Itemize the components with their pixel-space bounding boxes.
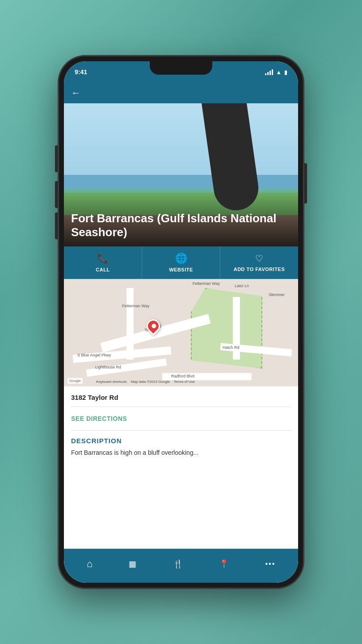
nav-dining[interactable]: 🍴 [166, 555, 190, 572]
map-container[interactable]: Fetterman Way Taylor Rd S Blue Angel Pkw… [64, 279, 298, 386]
map-pin [147, 319, 160, 333]
website-button[interactable]: 🌐 WEBSITE [142, 246, 220, 279]
favorites-button[interactable]: ♡ ADD TO FAVORITES [220, 246, 298, 279]
content-area: 3182 Taylor Rd SEE DIRECTIONS DESCRIPTIO… [64, 386, 298, 465]
notch [150, 61, 212, 75]
app-header: ← [64, 83, 298, 103]
nav-home[interactable]: ⌂ [80, 555, 100, 573]
radford-label: Radford Blvd [171, 374, 194, 378]
action-bar: 📞 CALL 🌐 WEBSITE ♡ ADD TO FAVORITES [64, 246, 298, 279]
hatch-label: Hatch Rd [223, 345, 240, 350]
hero-sky [64, 103, 298, 182]
website-label: WEBSITE [169, 267, 193, 272]
divider-2 [71, 430, 291, 431]
map-pin-dot [151, 323, 157, 329]
globe-icon: 🌐 [175, 253, 187, 264]
call-button[interactable]: 📞 CALL [64, 246, 142, 279]
call-label: CALL [96, 267, 109, 272]
blue-angel-label: S Blue Angel Pkwy [77, 353, 111, 357]
status-time: 9:41 [75, 68, 87, 76]
status-bar: 9:41 ▲ ▮ [64, 61, 298, 83]
back-button[interactable]: ← [71, 87, 81, 99]
description-section-title: DESCRIPTION [71, 437, 291, 445]
hero-image: Fort Barrancas (Gulf Islands National Se… [64, 103, 298, 246]
description-preview: Fort Barrancas is high on a bluff overlo… [71, 448, 291, 458]
phone-frame: 9:41 ▲ ▮ ← [59, 56, 303, 588]
hero-title: Fort Barrancas (Gulf Islands National Se… [71, 212, 291, 239]
phone-screen: 9:41 ▲ ▮ ← [64, 61, 298, 583]
map-attribution-text: Keyboard shortcuts Map data ©2023 Google… [96, 380, 298, 384]
calendar-icon: ▦ [129, 559, 136, 569]
divider-1 [71, 407, 291, 407]
phone-icon: 📞 [97, 253, 109, 264]
nav-map[interactable]: 📍 [212, 555, 236, 572]
map-icon: 📍 [219, 559, 229, 569]
favorites-label: ADD TO FAVORITES [234, 267, 285, 272]
map-road-fetterman [126, 288, 134, 360]
hero-water [64, 175, 298, 188]
fetterman-label: Fetterman Way [122, 304, 149, 308]
wifi-icon: ▲ [276, 69, 282, 76]
fetterman-way-label: Fetterman Way [193, 281, 220, 286]
scrollable-content: Fort Barrancas (Gulf Islands National Se… [64, 103, 298, 549]
bottom-nav: ⌂ ▦ 🍴 📍 ••• [64, 549, 298, 583]
slemmer-label: Slemmer [269, 292, 285, 297]
heart-icon: ♡ [255, 253, 263, 264]
hero-title-overlay: Fort Barrancas (Gulf Islands National Se… [64, 194, 298, 246]
laez-label: Laez Ln [235, 284, 249, 288]
map-park-area [191, 288, 262, 369]
see-directions-button[interactable]: SEE DIRECTIONS [71, 411, 291, 426]
status-icons: ▲ ▮ [265, 69, 287, 76]
map-pin-circle [144, 317, 163, 335]
address: 3182 Taylor Rd [71, 394, 291, 401]
nav-more[interactable]: ••• [258, 556, 282, 572]
signal-icon [265, 69, 273, 75]
more-icon: ••• [265, 560, 275, 568]
nav-calendar[interactable]: ▦ [122, 555, 143, 572]
dining-icon: 🍴 [173, 559, 183, 569]
map-google-logo: Google [67, 378, 83, 384]
home-icon: ⌂ [87, 558, 93, 570]
lighthouse-label: Lighthouse Rd [95, 365, 121, 369]
battery-icon: ▮ [284, 69, 287, 76]
